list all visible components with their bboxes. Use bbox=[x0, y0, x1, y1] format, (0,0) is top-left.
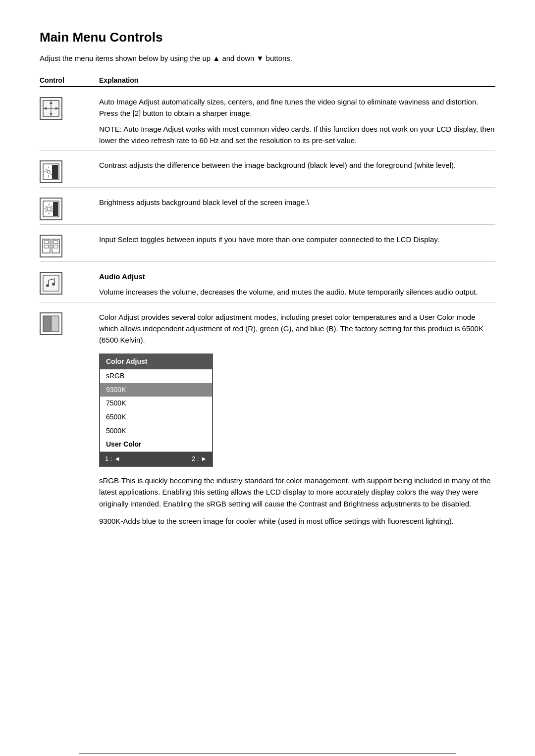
9300k-explanation: 9300K-Adds blue to the screen image for … bbox=[99, 515, 495, 527]
explanation-text: Brightness adjusts background black leve… bbox=[99, 197, 495, 208]
svg-line-12 bbox=[51, 174, 52, 175]
contrast-explanation: Contrast adjusts the difference between … bbox=[99, 159, 495, 171]
svg-marker-4 bbox=[50, 113, 53, 116]
contrast-icon bbox=[40, 160, 62, 183]
controls-table: Control Explanation bbox=[40, 76, 495, 531]
ca-item-9300k: 9300K bbox=[100, 383, 212, 397]
svg-rect-31 bbox=[54, 245, 58, 248]
ca-footer-left: 1 : ◄ bbox=[105, 454, 120, 464]
ca-footer-right: 2 : ► bbox=[192, 454, 207, 464]
color-adjust-menu: Color Adjust sRGB 9300K 7500K 6500K 5000… bbox=[99, 353, 213, 467]
ca-menu-header: Color Adjust bbox=[100, 354, 212, 369]
svg-line-20 bbox=[51, 210, 53, 212]
svg-rect-30 bbox=[54, 241, 58, 244]
explanation-text: Contrast adjusts the difference between … bbox=[99, 159, 495, 171]
svg-line-23 bbox=[46, 210, 47, 212]
ca-item-6500k: 6500K bbox=[100, 410, 212, 424]
svg-rect-14 bbox=[52, 165, 58, 179]
input-select-icon-cell bbox=[40, 234, 99, 257]
brightness-icon bbox=[40, 198, 62, 220]
input-select-explanation: Input Select toggles between inputs if y… bbox=[99, 234, 495, 245]
ca-item-srgb: sRGB bbox=[100, 369, 212, 383]
svg-marker-5 bbox=[44, 107, 47, 110]
page-title: Main Menu Controls bbox=[40, 30, 495, 45]
svg-marker-3 bbox=[50, 101, 53, 104]
brightness-icon-cell bbox=[40, 197, 99, 220]
audio-adjust-icon bbox=[40, 272, 62, 295]
svg-line-24 bbox=[51, 206, 53, 207]
svg-rect-26 bbox=[43, 239, 50, 253]
table-row: Audio Adjust Volume increases the volume… bbox=[40, 262, 495, 302]
ca-item-7500k: 7500K bbox=[100, 397, 212, 410]
explanation-text: Input Select toggles between inputs if y… bbox=[99, 234, 495, 245]
audio-adjust-explanation: Audio Adjust Volume increases the volume… bbox=[99, 271, 495, 298]
table-row: Contrast adjusts the difference between … bbox=[40, 151, 495, 188]
table-row: Color Adjust provides several color adju… bbox=[40, 302, 495, 531]
auto-image-adjust-icon bbox=[40, 97, 62, 120]
audio-adjust-icon-cell bbox=[40, 271, 99, 295]
page-footer: ViewSonic VG2028wm 12 bbox=[79, 754, 456, 756]
explanation-label: Audio Adjust bbox=[99, 271, 495, 282]
table-row: Brightness adjusts background black leve… bbox=[40, 188, 495, 225]
svg-line-19 bbox=[46, 206, 47, 207]
svg-rect-28 bbox=[44, 245, 49, 248]
svg-rect-29 bbox=[52, 239, 59, 253]
contrast-icon-cell bbox=[40, 159, 99, 183]
svg-marker-6 bbox=[55, 107, 58, 110]
ca-item-user-color: User Color bbox=[100, 438, 212, 452]
svg-rect-36 bbox=[52, 316, 59, 332]
intro-text: Adjust the menu items shown below by usi… bbox=[40, 54, 495, 62]
table-row: Auto Image Adjust automatically sizes, c… bbox=[40, 87, 495, 151]
auto-image-adjust-explanation: Auto Image Adjust automatically sizes, c… bbox=[99, 96, 495, 146]
svg-line-11 bbox=[46, 169, 47, 170]
brightness-explanation: Brightness adjusts background black leve… bbox=[99, 197, 495, 208]
svg-rect-27 bbox=[44, 241, 49, 244]
ca-menu-footer: 1 : ◄ 2 : ► bbox=[100, 452, 212, 466]
svg-point-33 bbox=[46, 284, 49, 287]
col-explanation-header: Explanation bbox=[99, 76, 495, 84]
color-adjust-icon bbox=[40, 312, 62, 335]
table-header: Control Explanation bbox=[40, 76, 495, 87]
table-row: Input Select toggles between inputs if y… bbox=[40, 225, 495, 262]
input-select-icon bbox=[40, 235, 62, 257]
svg-point-8 bbox=[47, 170, 50, 173]
svg-point-34 bbox=[52, 283, 55, 286]
col-control-header: Control bbox=[40, 76, 99, 84]
explanation-text: Color Adjust provides several color adju… bbox=[99, 311, 495, 346]
svg-rect-25 bbox=[53, 202, 58, 216]
svg-rect-35 bbox=[43, 316, 51, 332]
explanation-text: Volume increases the volume, decreases t… bbox=[99, 286, 495, 298]
ca-item-5000k: 5000K bbox=[100, 424, 212, 438]
auto-image-adjust-icon-cell bbox=[40, 96, 99, 120]
srgb-explanation: sRGB-This is quickly becoming the indust… bbox=[99, 475, 495, 509]
svg-point-16 bbox=[47, 207, 51, 211]
svg-rect-32 bbox=[43, 275, 59, 291]
explanation-text: Auto Image Adjust automatically sizes, c… bbox=[99, 96, 495, 119]
explanation-note: NOTE: Auto Image Adjust works with most … bbox=[99, 123, 495, 147]
color-adjust-explanation: Color Adjust provides several color adju… bbox=[99, 311, 495, 527]
color-adjust-icon-cell bbox=[40, 311, 99, 335]
